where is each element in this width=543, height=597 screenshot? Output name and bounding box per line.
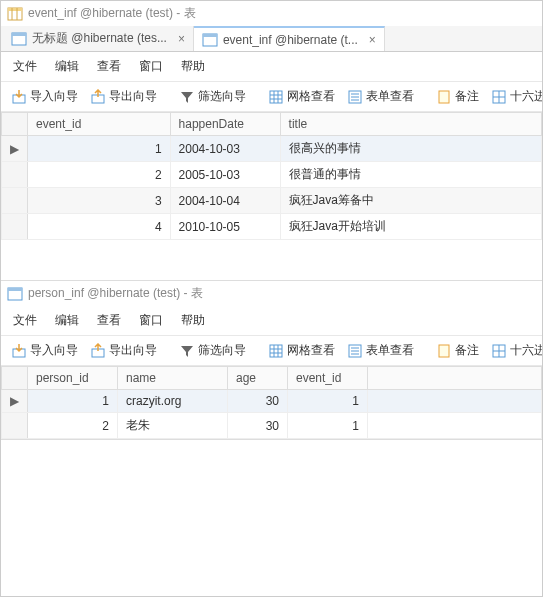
hex-button[interactable]: 十六进制	[487, 86, 542, 107]
window-title-text-1: event_inf @hibernate (test) - 表	[28, 5, 196, 22]
row-pointer-icon: ▶	[2, 136, 28, 162]
filter-wizard-button[interactable]: 筛选向导	[175, 86, 250, 107]
menu-edit[interactable]: 编辑	[55, 58, 79, 75]
window-title-bar-1: event_inf @hibernate (test) - 表	[1, 1, 542, 26]
table-row[interactable]: 2 老朱 30 1	[2, 413, 542, 439]
hex-icon	[491, 343, 507, 359]
menu-help[interactable]: 帮助	[181, 312, 205, 329]
col-event-id[interactable]: event_id	[28, 113, 171, 136]
form-view-button[interactable]: 表单查看	[343, 86, 418, 107]
menu-view[interactable]: 查看	[97, 58, 121, 75]
menu-file[interactable]: 文件	[13, 312, 37, 329]
grid-icon	[268, 89, 284, 105]
table-row[interactable]: ▶ 1 crazyit.org 30 1	[2, 390, 542, 413]
toolbar-2: 导入向导 导出向导 筛选向导 网格查看 表单查看 备注 十六进制	[1, 336, 542, 366]
col-name[interactable]: name	[118, 367, 228, 390]
menu-bar-2: 文件 编辑 查看 窗口 帮助	[1, 306, 542, 336]
table-icon	[11, 31, 27, 47]
col-empty	[368, 367, 542, 390]
form-icon	[347, 343, 363, 359]
form-icon	[347, 89, 363, 105]
table-icon	[7, 286, 23, 302]
table-row[interactable]: 4 2010-10-05 疯狂Java开始培训	[2, 214, 542, 240]
window-title-bar-2: person_inf @hibernate (test) - 表	[1, 281, 542, 306]
person-table[interactable]: person_id name age event_id ▶ 1 crazyit.…	[1, 366, 542, 439]
svg-rect-7	[203, 34, 217, 37]
memo-icon	[436, 89, 452, 105]
hex-icon	[491, 89, 507, 105]
empty-area	[1, 240, 542, 280]
filter-icon	[179, 89, 195, 105]
menu-edit[interactable]: 编辑	[55, 312, 79, 329]
grid-icon	[268, 343, 284, 359]
close-icon[interactable]: ×	[363, 33, 376, 47]
col-event-id[interactable]: event_id	[288, 367, 368, 390]
form-view-button[interactable]: 表单查看	[343, 340, 418, 361]
close-icon[interactable]: ×	[172, 32, 185, 46]
menu-file[interactable]: 文件	[13, 58, 37, 75]
toolbar-1: 导入向导 导出向导 筛选向导 网格查看 表单查看 备注 十六进制	[1, 82, 542, 112]
menu-bar-1: 文件 编辑 查看 窗口 帮助	[1, 52, 542, 82]
window-title-text-2: person_inf @hibernate (test) - 表	[28, 285, 203, 302]
svg-rect-10	[270, 91, 282, 103]
menu-help[interactable]: 帮助	[181, 58, 205, 75]
table-row[interactable]: ▶ 1 2004-10-03 很高兴的事情	[2, 136, 542, 162]
svg-rect-19	[439, 91, 449, 103]
import-wizard-button[interactable]: 导入向导	[7, 86, 82, 107]
tab-untitled[interactable]: 无标题 @hibernate (tes... ×	[3, 26, 194, 51]
memo-icon	[436, 343, 452, 359]
svg-rect-5	[12, 33, 26, 36]
svg-rect-1	[8, 8, 22, 11]
table-icon	[7, 6, 23, 22]
import-icon	[11, 343, 27, 359]
tab-event-inf[interactable]: event_inf @hibernate (t... ×	[194, 26, 385, 51]
col-person-id[interactable]: person_id	[28, 367, 118, 390]
memo-button[interactable]: 备注	[432, 86, 483, 107]
tab-strip-1: 无标题 @hibernate (tes... × event_inf @hibe…	[1, 26, 542, 52]
export-wizard-button[interactable]: 导出向导	[86, 86, 161, 107]
row-pointer-icon: ▶	[2, 390, 28, 413]
hex-button[interactable]: 十六进制	[487, 340, 542, 361]
filter-wizard-button[interactable]: 筛选向导	[175, 340, 250, 361]
col-happendate[interactable]: happenDate	[170, 113, 280, 136]
svg-rect-36	[439, 345, 449, 357]
table-row[interactable]: 3 2004-10-04 疯狂Java筹备中	[2, 188, 542, 214]
svg-rect-27	[270, 345, 282, 357]
export-icon	[90, 343, 106, 359]
import-wizard-button[interactable]: 导入向导	[7, 340, 82, 361]
filter-icon	[179, 343, 195, 359]
person-table-panel: person_inf @hibernate (test) - 表 文件 编辑 查…	[1, 281, 542, 440]
col-title[interactable]: title	[280, 113, 541, 136]
grid-view-button[interactable]: 网格查看	[264, 86, 339, 107]
table-icon	[202, 32, 218, 48]
event-table-panel: event_inf @hibernate (test) - 表 无标题 @hib…	[1, 1, 542, 281]
row-selector-header	[2, 113, 28, 136]
import-icon	[11, 89, 27, 105]
event-table[interactable]: event_id happenDate title ▶ 1 2004-10-03…	[1, 112, 542, 240]
menu-view[interactable]: 查看	[97, 312, 121, 329]
tab-label: 无标题 @hibernate (tes...	[32, 30, 167, 47]
memo-button[interactable]: 备注	[432, 340, 483, 361]
svg-rect-24	[8, 288, 22, 291]
export-icon	[90, 89, 106, 105]
col-age[interactable]: age	[228, 367, 288, 390]
grid-view-button[interactable]: 网格查看	[264, 340, 339, 361]
table-row[interactable]: 2 2005-10-03 很普通的事情	[2, 162, 542, 188]
menu-window[interactable]: 窗口	[139, 58, 163, 75]
tab-label: event_inf @hibernate (t...	[223, 33, 358, 47]
export-wizard-button[interactable]: 导出向导	[86, 340, 161, 361]
menu-window[interactable]: 窗口	[139, 312, 163, 329]
row-selector-header	[2, 367, 28, 390]
